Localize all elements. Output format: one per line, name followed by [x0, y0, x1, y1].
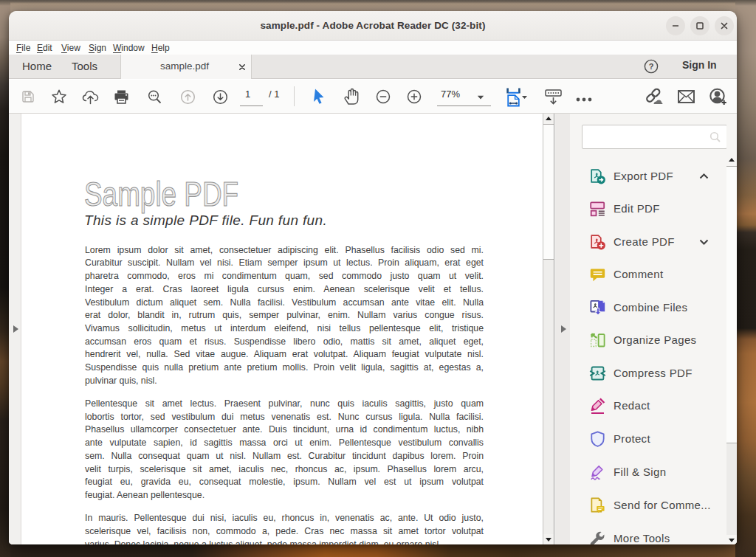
svg-text:?: ? [649, 62, 654, 71]
